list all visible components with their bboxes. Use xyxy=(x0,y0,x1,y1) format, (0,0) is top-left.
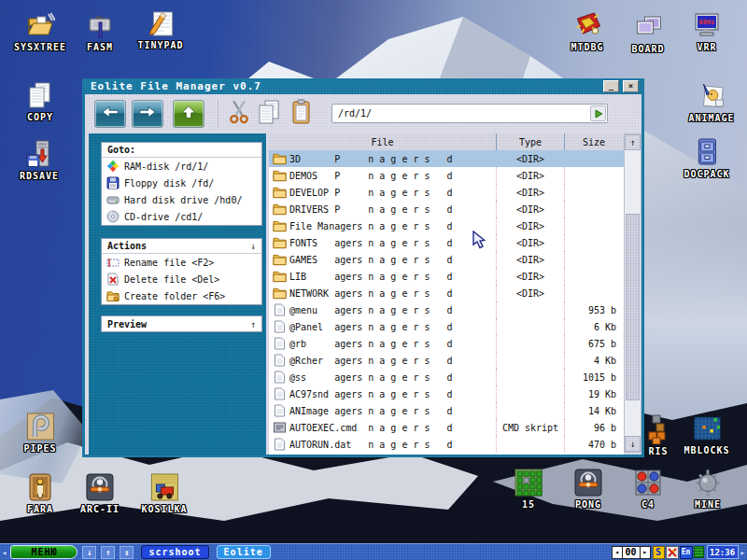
file-row-5[interactable]: FONTS agers n a g e r s d<DIR> xyxy=(269,234,624,251)
mine-icon[interactable] xyxy=(692,467,724,498)
file-row-14[interactable]: AC97snd agers n a g e r s d19 Kb xyxy=(269,385,624,402)
fara-icon[interactable] xyxy=(24,471,56,503)
desktop-icon-docpack[interactable]: DOCPACK xyxy=(684,136,729,179)
file-row-15[interactable]: ANImage agers n a g e r s d14 Kb xyxy=(269,402,624,419)
pipes-icon[interactable] xyxy=(24,411,56,442)
monitors-icon[interactable] xyxy=(632,11,664,43)
saucer-icon[interactable] xyxy=(84,471,116,503)
column-header-size[interactable]: Size xyxy=(565,133,623,150)
scroll-down-button[interactable]: ↓ xyxy=(625,436,641,452)
expand-arrow-icon[interactable]: ↑ xyxy=(250,319,256,329)
keyboard-layout-badge[interactable]: En xyxy=(680,546,693,559)
menu-button[interactable]: МЕНЮ xyxy=(10,545,78,559)
file-row-6[interactable]: GAMES agers n a g e r s d<DIR> xyxy=(269,251,624,268)
desktop-icon-board[interactable]: BOARD xyxy=(631,11,664,54)
goto-item-1[interactable]: Floppy disk /fd/ xyxy=(102,175,261,191)
path-input[interactable]: /rd/1/ xyxy=(332,108,590,119)
forward-button[interactable] xyxy=(132,100,163,128)
desktop-icon-mine[interactable]: MINE xyxy=(692,467,724,510)
path-bar[interactable]: /rd/1/ xyxy=(331,104,608,123)
animage-icon[interactable] xyxy=(696,80,727,112)
bug-icon[interactable] xyxy=(571,9,603,41)
titlebar[interactable]: Eolite File Manager v0.7 _ × xyxy=(85,78,641,94)
folder-open-icon[interactable] xyxy=(24,9,56,41)
desktop-icon-fara[interactable]: FARA xyxy=(24,471,56,514)
file-row-1[interactable]: DEMOS P n a g e r s d<DIR> xyxy=(269,167,624,184)
desktop-icon-arc-ii[interactable]: ARC-II xyxy=(80,471,120,514)
desktop-icon-tinypad[interactable]: TINYPAD xyxy=(137,7,183,50)
c4-icon[interactable] xyxy=(632,467,664,498)
task-button-eolite[interactable]: Eolite xyxy=(217,545,271,559)
collapse-arrow-icon[interactable]: ↓ xyxy=(250,241,256,251)
file-row-7[interactable]: LIB agers n a g e r s d<DIR> xyxy=(269,268,624,285)
desktop-icon-mtdbg[interactable]: MTDBG xyxy=(571,9,603,52)
column-header-type[interactable]: Type xyxy=(497,133,565,150)
fasm-icon[interactable] xyxy=(84,9,116,41)
file-row-12[interactable]: @Rcher agers n a g e r s d4 Kb xyxy=(269,352,624,369)
action-item-2[interactable]: Create folder <F6> xyxy=(102,287,261,304)
file-row-4[interactable]: File Managers n a g e r s d<DIR> xyxy=(269,217,624,234)
tetris-icon[interactable] xyxy=(642,413,674,445)
clock[interactable]: 12:36 xyxy=(707,545,739,559)
copy-pages-icon[interactable] xyxy=(24,79,56,111)
column-header-file[interactable]: File xyxy=(269,133,497,150)
up-button[interactable] xyxy=(173,100,204,128)
desktop-icon-ris[interactable]: RIS xyxy=(642,413,674,456)
desktop-icon-vrr[interactable]: 60HzVRR xyxy=(691,9,723,52)
workspace-next-button[interactable]: ▸ xyxy=(640,546,651,559)
scroll-up-button[interactable]: ↑ xyxy=(625,134,641,150)
desktop-icon-copy[interactable]: COPY xyxy=(24,79,56,122)
scrollbar[interactable]: ↑ ↓ xyxy=(624,133,641,453)
cpu-monitor-icon[interactable] xyxy=(694,546,704,558)
minimize-all-button[interactable]: ↓ xyxy=(82,546,96,559)
go-button[interactable] xyxy=(590,105,606,121)
cut-button[interactable] xyxy=(225,99,253,129)
switch-windows-button[interactable]: ↕ xyxy=(120,546,134,559)
actions-header[interactable]: Actions ↓ xyxy=(102,239,261,254)
kosilka-icon[interactable] xyxy=(148,471,180,503)
action-item-0[interactable]: Rename file <F2> xyxy=(102,254,261,271)
file-row-8[interactable]: NETWORK agers n a g e r s d<DIR> xyxy=(269,285,624,301)
back-button[interactable] xyxy=(94,100,126,128)
sound-badge[interactable]: S xyxy=(653,546,665,559)
cabinet-icon[interactable] xyxy=(691,136,723,168)
action-item-1[interactable]: Delete file <Del> xyxy=(102,271,261,287)
file-row-11[interactable]: @rb agers n a g e r s d675 b xyxy=(269,335,624,352)
goto-item-3[interactable]: CD-drive /cd1/ xyxy=(102,208,261,225)
file-row-3[interactable]: DRIVERS P n a g e r s d<DIR> xyxy=(269,201,624,217)
mblocks-icon[interactable] xyxy=(691,413,723,444)
paste-button[interactable] xyxy=(287,99,315,129)
preview-header[interactable]: Preview ↑ xyxy=(102,316,261,331)
desktop-icon-animage[interactable]: ANIMAGE xyxy=(688,80,734,123)
file-row-9[interactable]: @menu agers n a g e r s d953 b xyxy=(269,301,624,318)
desktop-icon-fasm[interactable]: FASM xyxy=(84,9,116,52)
file-row-13[interactable]: @ss agers n a g e r s d1015 b xyxy=(269,369,624,385)
file-row-0[interactable]: 3D P n a g e r s d<DIR> xyxy=(269,150,624,167)
file-row-10[interactable]: @Panel agers n a g e r s d6 Kb xyxy=(269,318,624,335)
goto-item-2[interactable]: Hard disk drive /hd0/ xyxy=(102,191,261,208)
debug-tray-icon[interactable] xyxy=(666,546,679,559)
minimize-button[interactable]: _ xyxy=(603,80,619,92)
desktop-icon-15[interactable]: 15 xyxy=(513,467,544,510)
desktop-icon-sysxtree[interactable]: SYSXTREE xyxy=(14,9,66,52)
workspace-prev-button[interactable]: ◂ xyxy=(612,546,623,559)
fifteen-icon[interactable] xyxy=(513,467,544,498)
restore-all-button[interactable]: ↑ xyxy=(101,546,115,559)
file-row-16[interactable]: AUTOEXEC.cmd n a g e r s dCMD skript96 b xyxy=(269,419,624,436)
file-row-2[interactable]: DEVELOP P n a g e r s d<DIR> xyxy=(269,184,624,201)
saucer-icon[interactable] xyxy=(572,467,604,498)
desktop-icon-mblocks[interactable]: MBLOCKS xyxy=(684,413,729,455)
close-button[interactable]: × xyxy=(623,80,639,92)
vrr-monitor-icon[interactable]: 60Hz xyxy=(691,9,723,41)
goto-item-0[interactable]: RAM-disk /rd/1/ xyxy=(102,158,261,175)
desktop-icon-pong[interactable]: PONG xyxy=(572,467,604,510)
taskbar-right-arrow-icon[interactable]: ▸ xyxy=(739,548,747,557)
copy-button[interactable] xyxy=(255,99,283,129)
desktop-icon-c4[interactable]: C4 xyxy=(632,467,664,510)
desktop-icon-pipes[interactable]: PIPES xyxy=(23,411,56,454)
rdsave-icon[interactable] xyxy=(23,138,55,170)
notepad-icon[interactable] xyxy=(145,7,176,39)
desktop-icon-rdsave[interactable]: RDSAVE xyxy=(20,138,59,181)
task-button-scrshoot[interactable]: scrshoot xyxy=(141,545,208,559)
scroll-thumb[interactable] xyxy=(626,214,640,400)
